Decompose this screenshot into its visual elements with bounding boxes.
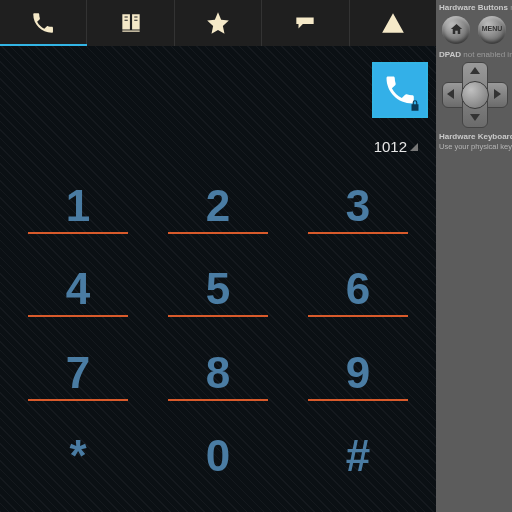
tab-bar bbox=[0, 0, 436, 47]
dial-display[interactable]: 1012 bbox=[374, 138, 418, 155]
hw-keyboard-label: Hardware Keyboard bbox=[436, 126, 512, 142]
home-icon bbox=[449, 22, 464, 37]
key-5[interactable]: 5 bbox=[158, 254, 278, 326]
lock-icon bbox=[408, 99, 422, 113]
key-6[interactable]: 6 bbox=[298, 254, 418, 326]
key-7[interactable]: 7 bbox=[18, 337, 138, 409]
key-1[interactable]: 1 bbox=[18, 170, 138, 242]
warning-icon bbox=[380, 10, 406, 36]
emu-home-button[interactable] bbox=[442, 16, 470, 44]
dpad-right-icon bbox=[494, 89, 501, 99]
dpad-label: DPAD not enabled in AVD bbox=[436, 46, 512, 60]
dpad-up-icon bbox=[470, 67, 480, 74]
keypad: 1 2 3 4 5 6 7 8 9 * 0 # bbox=[18, 170, 418, 492]
key-3[interactable]: 3 bbox=[298, 170, 418, 242]
tab-contacts[interactable] bbox=[87, 0, 174, 46]
key-0[interactable]: 0 bbox=[158, 421, 278, 493]
device-screen: 1012 1 2 3 4 5 6 7 8 9 * 0 # bbox=[0, 0, 436, 512]
dialer-area: 1012 1 2 3 4 5 6 7 8 9 * 0 # bbox=[0, 46, 436, 512]
secure-dial-badge[interactable] bbox=[372, 62, 428, 118]
hw-buttons-label: Hardware Buttons not enabled bbox=[436, 0, 512, 13]
emulator-sidebar: Hardware Buttons not enabled MENU DPAD n… bbox=[436, 0, 512, 512]
key-9[interactable]: 9 bbox=[298, 337, 418, 409]
hw-keyboard-sub: Use your physical keyboard bbox=[436, 142, 512, 151]
key-4[interactable]: 4 bbox=[18, 254, 138, 326]
tab-favorites[interactable] bbox=[175, 0, 262, 46]
key-2[interactable]: 2 bbox=[158, 170, 278, 242]
tab-messages[interactable] bbox=[262, 0, 349, 46]
star-icon bbox=[205, 10, 231, 36]
tab-warnings[interactable] bbox=[350, 0, 436, 46]
key-star[interactable]: * bbox=[18, 421, 138, 493]
dpad-left-icon bbox=[447, 89, 454, 99]
key-8[interactable]: 8 bbox=[158, 337, 278, 409]
phone-icon bbox=[30, 10, 56, 36]
tab-phone[interactable] bbox=[0, 0, 87, 46]
key-hash[interactable]: # bbox=[298, 421, 418, 493]
dpad-down-icon bbox=[470, 114, 480, 121]
dpad-center[interactable] bbox=[461, 81, 489, 109]
dropdown-indicator-icon bbox=[410, 143, 418, 151]
emu-menu-button[interactable]: MENU bbox=[478, 16, 506, 44]
book-icon bbox=[118, 10, 144, 36]
dial-display-value: 1012 bbox=[374, 138, 407, 155]
emu-dpad[interactable] bbox=[442, 62, 506, 126]
speech-icon bbox=[292, 10, 318, 36]
